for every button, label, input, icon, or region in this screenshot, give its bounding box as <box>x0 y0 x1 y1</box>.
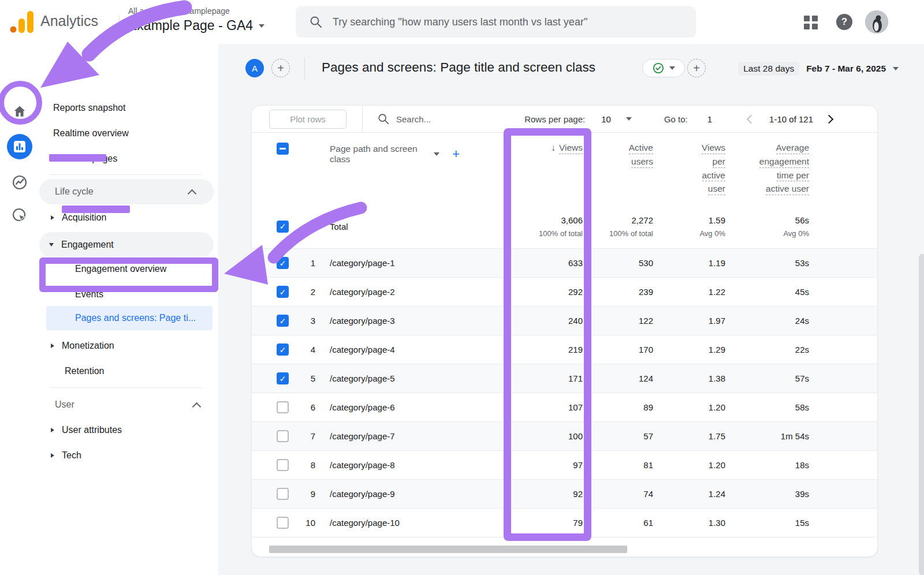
advertising-icon[interactable] <box>12 207 28 223</box>
next-page-icon[interactable] <box>825 114 834 124</box>
avg-time-cell: 15s <box>725 518 809 528</box>
table-row[interactable]: 10 /category/page-10 79 61 1.30 15s <box>252 509 877 537</box>
column-header-views[interactable]: ↓ Views <box>460 143 583 156</box>
row-checkbox[interactable] <box>277 488 289 500</box>
global-search-input[interactable]: Try searching "how many users last month… <box>296 6 696 38</box>
row-checkbox[interactable]: ✓ <box>277 257 289 269</box>
table-row[interactable]: 8 /category/page-8 97 81 1.20 18s <box>252 451 877 480</box>
sidebar-item-user-attributes[interactable]: User attributes <box>39 417 218 443</box>
views-per-user-cell: 1.22 <box>653 287 725 297</box>
sidebar-section-user[interactable]: User <box>39 392 218 417</box>
property-selector[interactable]: Example Page - GA4 <box>128 18 264 33</box>
horizontal-scrollbar[interactable] <box>269 546 627 553</box>
active-users-cell: 61 <box>583 518 653 528</box>
date-range-picker[interactable]: Last 28 days Feb 7 - Mar 6, 2025 <box>738 62 899 76</box>
avg-time-cell: 24s <box>725 316 809 326</box>
check-circle-icon <box>653 62 664 74</box>
sidebar-item-realtime-overview[interactable]: Realtime overview <box>39 121 232 146</box>
rows-per-page-value[interactable]: 10 <box>601 114 611 124</box>
row-checkbox[interactable] <box>277 401 289 413</box>
row-checkbox[interactable] <box>277 517 289 529</box>
total-views-sub: 100% of total <box>460 229 583 238</box>
dimension-header[interactable]: Page path and screen class + <box>315 144 460 165</box>
table-row[interactable]: 7 /category/page-7 100 57 1.75 1m 54s <box>252 422 877 451</box>
row-checkbox[interactable]: ✓ <box>277 343 289 356</box>
sidebar-item-events[interactable]: Events <box>39 282 254 307</box>
breadcrumb[interactable]: All accounts › examplepage <box>128 6 230 16</box>
breadcrumb-root[interactable]: All accounts <box>128 6 172 16</box>
search-icon <box>310 16 322 28</box>
report-status-button[interactable] <box>642 59 685 77</box>
sidebar-section-life-cycle[interactable]: Life cycle <box>39 179 214 204</box>
total-label: Total <box>315 222 460 232</box>
apps-grid-icon[interactable] <box>804 16 818 29</box>
pagination-range: 1-10 of 121 <box>769 114 813 124</box>
sidebar-item-acquisition[interactable]: Acquisition <box>39 205 218 230</box>
user-avatar[interactable] <box>865 10 888 33</box>
table-row[interactable]: 9 /category/page-9 92 74 1.24 39s <box>252 480 877 509</box>
goto-label: Go to: <box>664 114 688 124</box>
row-checkbox[interactable]: ✓ <box>277 315 289 327</box>
add-dimension-icon[interactable]: + <box>452 147 460 162</box>
plot-rows-button[interactable]: Plot rows <box>269 110 346 129</box>
table-search-icon <box>378 113 389 125</box>
avg-time-cell: 22s <box>725 345 809 354</box>
row-index: 6 <box>297 402 315 412</box>
avg-time-cell: 18s <box>725 460 809 470</box>
sidebar-item-monetization[interactable]: Monetization <box>39 333 218 359</box>
home-icon[interactable] <box>12 104 27 119</box>
vertical-scrollbar[interactable] <box>919 254 924 575</box>
add-comparison-button[interactable]: + <box>271 59 290 77</box>
help-icon[interactable]: ? <box>836 14 852 30</box>
sidebar-item-pages-and-screens[interactable]: Pages and screens: Page ti... <box>46 306 213 330</box>
table-row[interactable]: ✓ 1 /category/page-1 633 530 1.19 53s <box>252 249 877 278</box>
goto-value[interactable]: 1 <box>707 114 712 124</box>
row-checkbox[interactable] <box>277 459 289 471</box>
previous-page-icon[interactable] <box>747 114 756 124</box>
row-checkbox[interactable] <box>277 430 289 442</box>
column-header-avg-engagement-time[interactable]: Average engagement time per active user <box>725 143 809 197</box>
sidebar-item-tech[interactable]: Tech <box>39 443 218 468</box>
date-preset: Last 28 days <box>738 62 799 76</box>
column-header-views-per-active-user[interactable]: Views per active user <box>653 143 725 197</box>
reports-nav-icon[interactable] <box>7 134 32 159</box>
report-title: Pages and screens: Page title and screen… <box>322 60 595 75</box>
row-checkbox[interactable]: ✓ <box>277 372 289 384</box>
table-row[interactable]: ✓ 4 /category/page-4 219 170 1.29 22s <box>252 335 877 364</box>
table-search-input[interactable]: Search... <box>396 114 431 124</box>
select-all-checkbox[interactable] <box>277 143 289 155</box>
sidebar-item-engagement[interactable]: Engagement <box>39 232 214 257</box>
column-header-active-users[interactable]: Active users <box>583 143 653 170</box>
page-path-cell: /category/page-10 <box>315 518 460 528</box>
workspace-badge[interactable]: A <box>245 59 264 77</box>
add-report-button[interactable]: + <box>687 59 706 77</box>
chevron-down-icon <box>434 152 439 156</box>
app-title: Analytics <box>40 13 98 29</box>
avg-time-cell: 57s <box>725 374 809 383</box>
table-body: ✓ 1 /category/page-1 633 530 1.19 53s ✓ … <box>252 249 877 537</box>
chevron-down-icon[interactable] <box>626 117 632 121</box>
sidebar-item-realtime-pages[interactable]: Realtime pages <box>39 146 232 171</box>
row-index: 5 <box>297 374 315 383</box>
breadcrumb-child[interactable]: examplepage <box>181 6 230 16</box>
sidebar-item-library[interactable]: Library <box>39 568 218 575</box>
sidebar-item-retention[interactable]: Retention <box>39 359 244 384</box>
sidebar-item-reports-snapshot[interactable]: Reports snapshot <box>39 95 232 121</box>
expand-right-icon <box>51 215 54 220</box>
chevron-up-icon <box>188 189 197 199</box>
sidebar-item-engagement-overview[interactable]: Engagement overview <box>39 256 254 282</box>
total-checkbox[interactable]: ✓ <box>277 221 289 233</box>
active-users-cell: 89 <box>583 402 653 412</box>
views-cell: 79 <box>460 518 583 528</box>
expand-right-icon <box>51 428 54 432</box>
table-row[interactable]: 6 /category/page-6 107 89 1.20 58s <box>252 393 877 422</box>
header-divider <box>119 15 120 38</box>
active-users-cell: 122 <box>583 316 653 326</box>
row-checkbox[interactable]: ✓ <box>277 286 289 298</box>
table-header-row: Page path and screen class + ↓ Views Act… <box>252 133 877 204</box>
explore-icon[interactable] <box>12 174 28 191</box>
table-row[interactable]: ✓ 3 /category/page-3 240 122 1.97 24s <box>252 307 877 335</box>
table-row[interactable]: ✓ 2 /category/page-2 292 239 1.22 45s <box>252 278 877 307</box>
table-row[interactable]: ✓ 5 /category/page-5 171 124 1.38 57s <box>252 364 877 393</box>
report-table-card: Plot rows Search... Rows per page: 10 Go… <box>251 105 878 557</box>
